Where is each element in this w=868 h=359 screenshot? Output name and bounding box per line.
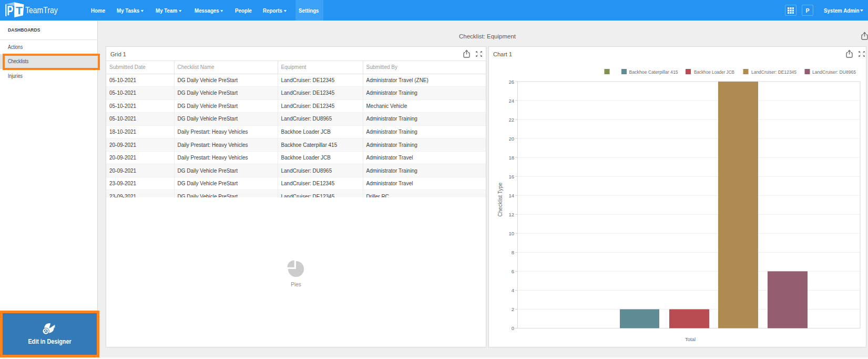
svg-text:P: P	[7, 3, 13, 18]
svg-text:2: 2	[512, 306, 514, 312]
svg-text:Total: Total	[685, 336, 696, 342]
svg-text:Checklist Type: Checklist Type	[497, 182, 503, 216]
svg-text:4: 4	[512, 287, 514, 293]
svg-text:6: 6	[512, 268, 514, 274]
svg-text:12: 12	[508, 212, 514, 217]
svg-text:16: 16	[508, 174, 514, 180]
svg-text:14: 14	[508, 193, 514, 198]
svg-text:Backhoe Loader JCB: Backhoe Loader JCB	[694, 69, 734, 75]
svg-text:0: 0	[512, 325, 514, 331]
svg-text:LandCruiser: DU8965: LandCruiser: DU8965	[812, 69, 856, 75]
svg-text:8: 8	[512, 250, 514, 255]
svg-text:LandCruiser: DE12345: LandCruiser: DE12345	[751, 69, 796, 75]
svg-text:10: 10	[508, 231, 514, 236]
svg-text:22: 22	[508, 117, 514, 123]
svg-text:18: 18	[508, 155, 514, 161]
svg-text:24: 24	[508, 98, 514, 104]
svg-text:Backhoe Caterpillar 415: Backhoe Caterpillar 415	[629, 69, 678, 75]
svg-text:20: 20	[508, 136, 514, 142]
svg-text:26: 26	[508, 79, 514, 85]
svg-text:T: T	[16, 4, 23, 16]
